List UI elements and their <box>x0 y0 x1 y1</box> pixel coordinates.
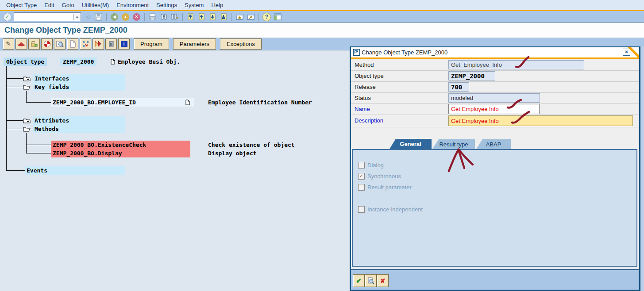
print-icon[interactable] <box>148 12 157 22</box>
execute-icon[interactable] <box>93 38 104 50</box>
tree-node-events[interactable]: Events <box>25 166 125 175</box>
cancel-button[interactable]: ✘ <box>377 274 389 287</box>
history-triangle-icon[interactable]: ◁ <box>83 12 92 22</box>
menu-system[interactable]: System <box>185 2 204 8</box>
menu-help[interactable]: Help <box>211 2 223 8</box>
tab-abap[interactable]: ABAP <box>476 139 511 149</box>
tree-node-key-fields[interactable]: Key fields <box>33 83 125 91</box>
menu-environment[interactable]: Environment <box>116 2 149 8</box>
tree-item-existencecheck[interactable]: ZEMP_2000_BO.ExistenceCheck <box>51 141 190 149</box>
tree-node-interfaces[interactable]: Interfaces <box>33 74 125 83</box>
tree-root-description: Employee Busi Obj. <box>118 57 180 66</box>
delete-icon[interactable] <box>105 38 117 50</box>
shortcut-icon[interactable] <box>246 12 255 22</box>
checkbox-label: Synchronous <box>367 173 401 180</box>
first-page-icon[interactable] <box>186 12 195 22</box>
dialog-window-icon <box>353 49 360 56</box>
checkbox-synchronous[interactable]: ✓ Synchronous <box>358 173 401 180</box>
menu-utilities[interactable]: Utilities(M) <box>82 2 109 8</box>
checkbox-box[interactable]: ✓ <box>358 173 365 180</box>
change-display-toggle-icon[interactable]: ✎ <box>3 38 14 50</box>
standard-toolbar: ✓ ≡ ◁ ◀ ▲ ✕ ? <box>0 11 644 23</box>
folder-open-icon[interactable] <box>23 84 31 92</box>
folder-collapsed-icon[interactable] <box>23 117 31 125</box>
window-edge <box>640 46 644 291</box>
find-next-icon[interactable] <box>170 12 179 22</box>
tree-node-methods[interactable]: Methods <box>33 125 125 133</box>
command-field[interactable]: ≡ <box>14 12 81 21</box>
method-field[interactable]: Get_Employee_Info <box>448 60 584 69</box>
release-field[interactable]: 700 <box>448 82 469 92</box>
object-type-field[interactable]: ZEMP_2000 <box>448 71 495 80</box>
checkbox-dialog[interactable]: Dialog <box>358 162 384 168</box>
find-icon[interactable] <box>159 12 168 22</box>
status-label: Status <box>355 95 371 101</box>
new-session-icon[interactable] <box>235 12 244 22</box>
menu-settings[interactable]: Settings <box>156 2 177 8</box>
general-tab-panel: Dialog ✓ Synchronous Result parameter In… <box>352 149 637 267</box>
menu-edit[interactable]: Edit <box>44 2 54 8</box>
command-history-icon[interactable]: ≡ <box>73 14 81 20</box>
documentation-icon[interactable]: i <box>118 38 130 50</box>
parameters-button[interactable]: Parameters <box>173 38 216 50</box>
back-icon[interactable]: ◀ <box>110 12 119 22</box>
tree-item-description: Employee Identification Number <box>208 99 312 106</box>
check-icon[interactable] <box>41 38 53 50</box>
checkbox-result-parameter[interactable]: Result parameter <box>358 184 412 191</box>
program-button[interactable]: Program <box>134 38 169 50</box>
tree-line <box>26 153 51 153</box>
dialog-title-bar[interactable]: Change Object Type ZEMP_2000 <box>351 47 639 57</box>
cancel-icon[interactable]: ✕ <box>132 12 141 22</box>
tree-node-attributes[interactable]: Attributes <box>33 116 125 125</box>
checkbox-label: Result parameter <box>367 184 412 191</box>
exceptions-button[interactable]: Exceptions <box>220 38 262 50</box>
tree-item-description: Display object <box>208 150 257 157</box>
object-type-label: Object type <box>355 73 384 79</box>
continue-button[interactable]: ✔ <box>353 274 365 287</box>
command-input[interactable] <box>15 13 73 20</box>
tree-item-display[interactable]: ZEMP_2000_BO.Display <box>51 149 190 157</box>
dialog-footer: ✔ ✘ <box>351 269 639 290</box>
tab-general[interactable]: General <box>389 139 432 149</box>
last-page-icon[interactable] <box>219 12 228 22</box>
menu-object-type[interactable]: Object Type <box>6 2 37 8</box>
description-field[interactable]: Get Employee Info <box>448 115 633 126</box>
status-field[interactable]: modeled <box>448 93 540 103</box>
previous-page-icon[interactable] <box>197 12 206 22</box>
display-button[interactable] <box>365 274 377 287</box>
checkbox-box[interactable] <box>358 184 365 191</box>
exit-icon[interactable]: ▲ <box>121 12 130 22</box>
name-label: Name <box>355 106 370 112</box>
folder-collapsed-icon[interactable] <box>23 75 31 83</box>
tree-root-value[interactable]: ZEMP_2000 <box>60 57 96 66</box>
description-label: Description <box>355 117 383 124</box>
tree-line <box>6 120 23 121</box>
tab-result-type[interactable]: Result type <box>432 139 475 149</box>
dialog-accent-line <box>351 57 639 59</box>
release-label: Release <box>355 84 376 90</box>
method-label: Method <box>355 61 374 68</box>
menu-goto[interactable]: Goto <box>62 2 74 8</box>
test-icon[interactable] <box>15 38 27 50</box>
next-page-icon[interactable] <box>208 12 217 22</box>
checkbox-box[interactable] <box>358 162 365 168</box>
save-icon[interactable] <box>94 12 103 22</box>
customize-icon[interactable] <box>273 12 282 22</box>
tree-item-employee-id[interactable]: ZEMP_2000_BO.EMPLOYEE_ID <box>51 98 194 107</box>
document-icon <box>185 99 190 107</box>
checkbox-box[interactable] <box>358 206 365 213</box>
magnifier-icon <box>367 277 375 285</box>
create-icon[interactable] <box>67 38 78 50</box>
enter-icon[interactable]: ✓ <box>3 12 12 22</box>
folder-open-icon[interactable] <box>23 126 31 134</box>
checkbox-instance-independent[interactable]: Instance-independent <box>358 206 423 213</box>
close-icon[interactable]: ✕ <box>623 49 630 56</box>
help-icon[interactable]: ? <box>262 12 271 22</box>
tree-line <box>6 129 23 129</box>
display-object-icon[interactable] <box>54 38 66 50</box>
tree-root-label[interactable]: Object type <box>4 57 47 66</box>
tree-line <box>6 78 23 79</box>
position-icon[interactable] <box>80 38 91 50</box>
unlock-icon[interactable] <box>28 38 40 50</box>
name-field[interactable]: Get Employee Info <box>448 104 540 114</box>
